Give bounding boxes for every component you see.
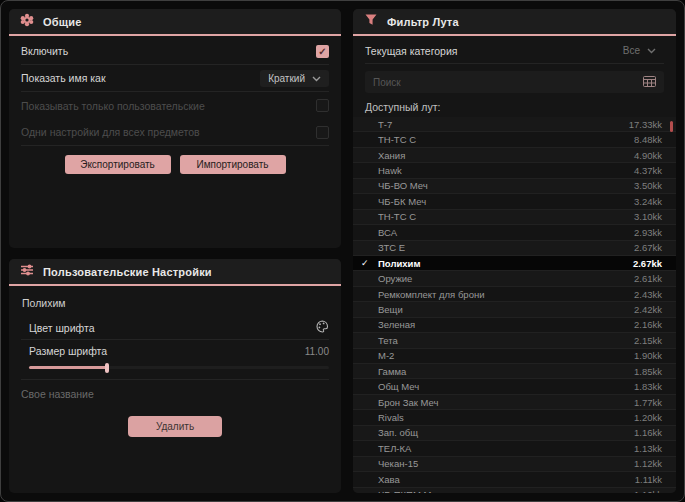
list-item[interactable]: Т-717.33kk [353, 117, 676, 132]
only-custom-label: Показывать только пользовательские [21, 100, 205, 112]
delete-button[interactable]: Удалить [128, 416, 222, 437]
list-item[interactable]: Оружие2.61kk [353, 271, 676, 286]
loot-list-wrap: Т-717.33kkТН-ТС С8.48kkХания4.90kkHawk4.… [353, 117, 676, 493]
list-item[interactable]: ТЕЛ-КА1.13kk [353, 441, 676, 456]
loot-value: 1.16kk [634, 427, 662, 438]
loot-value: 3.10kk [634, 211, 662, 222]
loot-value: 1.13kk [634, 443, 662, 454]
only-custom-checkbox[interactable] [316, 99, 329, 112]
list-item[interactable]: ✓Полихим2.67kk [353, 256, 676, 271]
loot-name: Хания [374, 150, 634, 161]
general-panel: Общие Включить ✓ Показать имя как Кратки… [9, 9, 341, 248]
list-item[interactable]: Ремкомплект для брони2.43kk [353, 287, 676, 302]
list-item[interactable]: Хания4.90kk [353, 148, 676, 163]
general-panel-body: Включить ✓ Показать имя как Краткий Пока… [9, 36, 341, 248]
list-item[interactable]: Зап. общ1.16kk [353, 426, 676, 441]
loot-name: Зеленая [374, 319, 634, 330]
loot-value: 3.50kk [634, 180, 662, 191]
loot-filter-body: Текущая категория Все Доступный лут: Т-7… [353, 36, 676, 493]
same-settings-checkbox[interactable] [316, 126, 329, 139]
loot-value: 17.33kk [629, 119, 662, 130]
list-item[interactable]: ЧБ-ПКПМ Меч1.10kk [353, 488, 676, 494]
export-button[interactable]: Экспортировать [65, 155, 171, 174]
loot-value: 1.90kk [634, 350, 662, 361]
loot-name: ТН-ТС С [374, 134, 634, 145]
loot-name: Тета [374, 335, 634, 346]
list-item[interactable]: ВСА2.93kk [353, 225, 676, 240]
loot-name: Брон Зак Меч [374, 397, 634, 408]
list-item[interactable]: ТН-ТС С8.48kk [353, 132, 676, 147]
list-item[interactable]: Общ Меч1.83kk [353, 379, 676, 394]
palette-icon[interactable] [316, 319, 329, 337]
loot-value: 2.67kk [633, 258, 662, 269]
list-item[interactable]: Брон Зак Меч1.77kk [353, 395, 676, 410]
list-item[interactable]: Гамма1.85kk [353, 364, 676, 379]
loot-name: Ремкомплект для брони [374, 289, 634, 300]
font-size-value: 11.00 [305, 346, 329, 357]
list-item[interactable]: Зеленая2.16kk [353, 318, 676, 333]
category-row: Текущая категория Все [365, 38, 664, 64]
loot-value: 4.90kk [634, 150, 662, 161]
list-item[interactable]: Хава1.11kk [353, 472, 676, 487]
list-item[interactable]: Rivals1.20kk [353, 410, 676, 425]
export-import-row: Экспортировать Импортировать [21, 146, 329, 178]
font-color-label: Цвет шрифта [29, 322, 95, 334]
show-name-label: Показать имя как [21, 72, 106, 84]
custom-settings-header: Пользовательские Настройки [9, 259, 341, 286]
list-item[interactable]: Чекан-151.12kk [353, 457, 676, 472]
loot-value: 1.20kk [634, 412, 662, 423]
list-item[interactable]: М-21.90kk [353, 349, 676, 364]
list-item[interactable]: ЧБ-ВО Меч3.50kk [353, 179, 676, 194]
loot-name: Общ Меч [374, 381, 634, 392]
loot-value: 4.37kk [634, 165, 662, 176]
loot-value: 2.93kk [634, 227, 662, 238]
custom-name-input[interactable] [21, 380, 329, 408]
custom-settings-panel: Пользовательские Настройки Полихим Цвет … [9, 259, 341, 493]
font-color-row[interactable]: Цвет шрифта [21, 316, 329, 340]
loot-name: Гамма [374, 366, 634, 377]
loot-name: Чекан-15 [374, 458, 634, 469]
loot-value: 1.11kk [635, 474, 662, 485]
search-input[interactable] [373, 77, 637, 88]
loot-list-label: Доступный лут: [365, 98, 664, 117]
category-dropdown[interactable]: Все [615, 42, 664, 59]
loot-name: М-2 [374, 350, 634, 361]
loot-list: Т-717.33kkТН-ТС С8.48kkХания4.90kkHawk4.… [353, 117, 676, 493]
selected-check-icon: ✓ [361, 258, 374, 268]
import-button[interactable]: Импортировать [180, 155, 286, 174]
font-size-row: Размер шрифта 11.00 [21, 340, 329, 362]
flower-icon [20, 13, 34, 31]
list-item[interactable]: Вещи2.42kk [353, 302, 676, 317]
loot-value: 1.85kk [634, 366, 662, 377]
loot-value: 2.15kk [634, 335, 662, 346]
only-custom-row: Показывать только пользовательские [21, 92, 329, 119]
loot-name: ЧБ-ВО Меч [374, 180, 634, 191]
show-name-dropdown[interactable]: Краткий [260, 70, 329, 87]
font-size-slider[interactable] [29, 363, 329, 373]
loot-name: ТН-ТС С [374, 211, 634, 222]
enable-checkbox[interactable]: ✓ [316, 45, 329, 58]
slider-thumb[interactable] [105, 363, 109, 373]
font-size-slider-fill [29, 366, 107, 369]
show-name-row: Показать имя как Краткий [21, 65, 329, 92]
enable-row: Включить ✓ [21, 38, 329, 65]
list-item[interactable]: ЧБ-БК Меч3.24kk [353, 194, 676, 209]
list-item[interactable]: ТН-ТС С3.10kk [353, 210, 676, 225]
table-icon[interactable] [643, 73, 656, 91]
list-item[interactable]: Hawk4.37kk [353, 163, 676, 178]
right-column: Фильтр Лута Текущая категория Все Досту [353, 9, 676, 493]
scrollbar-thumb[interactable] [670, 121, 673, 132]
loot-value: 1.10kk [634, 489, 662, 493]
loot-value: 2.61kk [634, 273, 662, 284]
loot-value: 2.16kk [634, 319, 662, 330]
list-item[interactable]: Тета2.15kk [353, 333, 676, 348]
loot-name: ВСА [374, 227, 634, 238]
loot-value: 2.67kk [634, 242, 662, 253]
panel-title: Фильтр Лута [387, 16, 459, 28]
custom-settings-body: Полихим Цвет шрифта Размер шрифта 11.00 [9, 286, 341, 493]
loot-value: 1.12kk [634, 458, 662, 469]
list-item[interactable]: ЗТС Е2.67kk [353, 241, 676, 256]
loot-name: ЧБ-ПКПМ Меч [374, 489, 634, 493]
loot-name: Зап. общ [374, 427, 634, 438]
chevron-down-icon [647, 45, 656, 56]
